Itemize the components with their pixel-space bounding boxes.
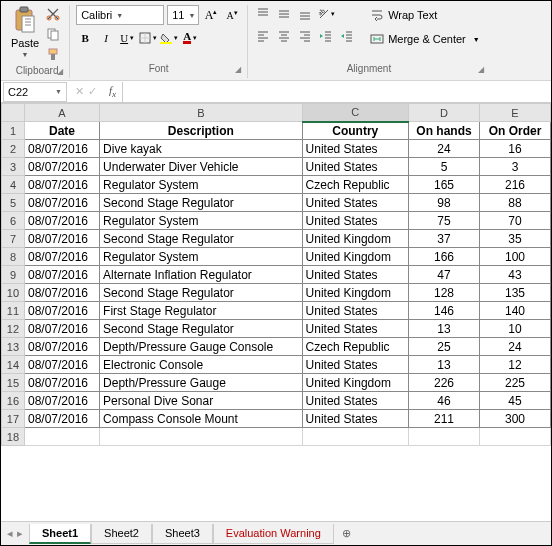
cell[interactable]: United Kingdom (302, 230, 408, 248)
cell[interactable]: 165 (409, 176, 480, 194)
align-middle-button[interactable] (275, 5, 293, 23)
row-header[interactable]: 17 (2, 410, 25, 428)
cell[interactable]: 43 (479, 266, 550, 284)
cell[interactable]: 24 (409, 140, 480, 158)
cell[interactable]: 25 (409, 338, 480, 356)
cell[interactable]: 226 (409, 374, 480, 392)
cell[interactable]: United States (302, 410, 408, 428)
cell[interactable]: 47 (409, 266, 480, 284)
increase-indent-button[interactable] (338, 27, 356, 45)
column-header-D[interactable]: D (409, 104, 480, 122)
align-right-button[interactable] (296, 27, 314, 45)
format-painter-button[interactable] (43, 45, 63, 63)
increase-font-button[interactable]: A▴ (202, 6, 220, 24)
clipboard-launcher[interactable]: ◢ (57, 67, 63, 76)
cell[interactable]: 13 (409, 356, 480, 374)
row-header[interactable]: 6 (2, 212, 25, 230)
cell[interactable]: 08/07/2016 (24, 374, 99, 392)
cell[interactable]: 300 (479, 410, 550, 428)
merge-center-button[interactable]: Merge & Center▼ (366, 29, 484, 49)
cell[interactable]: Regulator System (100, 212, 302, 230)
column-header-C[interactable]: C (302, 104, 408, 122)
cell[interactable]: Second Stage Regulator (100, 284, 302, 302)
cell[interactable]: 08/07/2016 (24, 248, 99, 266)
fill-color-button[interactable] (160, 29, 178, 47)
orientation-button[interactable]: ab (317, 5, 335, 23)
cell[interactable]: 08/07/2016 (24, 194, 99, 212)
select-all-corner[interactable] (2, 104, 25, 122)
cell[interactable]: 128 (409, 284, 480, 302)
row-header[interactable]: 9 (2, 266, 25, 284)
cell[interactable]: United States (302, 158, 408, 176)
cut-button[interactable] (43, 5, 63, 23)
font-size-combo[interactable]: 11▼ (167, 5, 199, 25)
row-header[interactable]: 3 (2, 158, 25, 176)
cell[interactable]: 24 (479, 338, 550, 356)
cell[interactable]: Czech Republic (302, 176, 408, 194)
cell[interactable]: United States (302, 194, 408, 212)
decrease-font-button[interactable]: A▾ (223, 6, 241, 24)
column-header-A[interactable]: A (24, 104, 99, 122)
cell[interactable]: Second Stage Regulator (100, 230, 302, 248)
cancel-formula-button[interactable]: ✕ (75, 85, 84, 98)
cell[interactable]: United States (302, 320, 408, 338)
cell[interactable]: 225 (479, 374, 550, 392)
cell[interactable]: 37 (409, 230, 480, 248)
cell[interactable]: Compass Console Mount (100, 410, 302, 428)
sheet-tab-evaluation-warning[interactable]: Evaluation Warning (213, 524, 334, 544)
cell[interactable]: 08/07/2016 (24, 140, 99, 158)
align-center-button[interactable] (275, 27, 293, 45)
cell[interactable]: United States (302, 140, 408, 158)
cell[interactable]: 10 (479, 320, 550, 338)
cell[interactable]: 70 (479, 212, 550, 230)
cell[interactable]: 08/07/2016 (24, 158, 99, 176)
cell[interactable] (302, 428, 408, 446)
align-bottom-button[interactable] (296, 5, 314, 23)
cell[interactable]: Depth/Pressure Gauge Console (100, 338, 302, 356)
italic-button[interactable]: I (97, 29, 115, 47)
row-header[interactable]: 13 (2, 338, 25, 356)
cell[interactable]: 216 (479, 176, 550, 194)
row-header[interactable]: 4 (2, 176, 25, 194)
cell[interactable]: 98 (409, 194, 480, 212)
cell[interactable]: United Kingdom (302, 284, 408, 302)
header-cell[interactable]: On Order (479, 122, 550, 140)
cell[interactable]: Second Stage Regulator (100, 194, 302, 212)
cell[interactable]: United States (302, 392, 408, 410)
row-header[interactable]: 2 (2, 140, 25, 158)
cell[interactable]: 08/07/2016 (24, 410, 99, 428)
cell[interactable]: 08/07/2016 (24, 392, 99, 410)
cell[interactable]: Depth/Pressure Gauge (100, 374, 302, 392)
cell[interactable]: 08/07/2016 (24, 230, 99, 248)
cell[interactable]: 08/07/2016 (24, 284, 99, 302)
cell[interactable]: Regulator System (100, 176, 302, 194)
cell[interactable]: 46 (409, 392, 480, 410)
cell[interactable]: United States (302, 356, 408, 374)
cell[interactable]: Regulator System (100, 248, 302, 266)
font-launcher[interactable]: ◢ (235, 65, 241, 74)
row-header[interactable]: 8 (2, 248, 25, 266)
header-cell[interactable]: On hands (409, 122, 480, 140)
worksheet-grid[interactable]: ABCDE 1DateDescriptionCountryOn handsOn … (1, 103, 551, 521)
cell[interactable] (479, 428, 550, 446)
cell[interactable]: 75 (409, 212, 480, 230)
header-cell[interactable]: Country (302, 122, 408, 140)
wrap-text-button[interactable]: Wrap Text (366, 5, 484, 25)
cell[interactable]: 140 (479, 302, 550, 320)
cell[interactable]: 166 (409, 248, 480, 266)
cell[interactable]: United Kingdom (302, 374, 408, 392)
row-header[interactable]: 10 (2, 284, 25, 302)
cell[interactable] (100, 428, 302, 446)
cell[interactable]: 35 (479, 230, 550, 248)
cell[interactable]: 16 (479, 140, 550, 158)
insert-function-button[interactable]: fx (103, 84, 122, 99)
cell[interactable]: 08/07/2016 (24, 320, 99, 338)
header-cell[interactable]: Description (100, 122, 302, 140)
cell[interactable] (24, 428, 99, 446)
cell[interactable]: 08/07/2016 (24, 266, 99, 284)
cell[interactable]: Personal Dive Sonar (100, 392, 302, 410)
font-color-button[interactable]: A (181, 29, 199, 47)
align-top-button[interactable] (254, 5, 272, 23)
cell[interactable]: 211 (409, 410, 480, 428)
row-header[interactable]: 14 (2, 356, 25, 374)
